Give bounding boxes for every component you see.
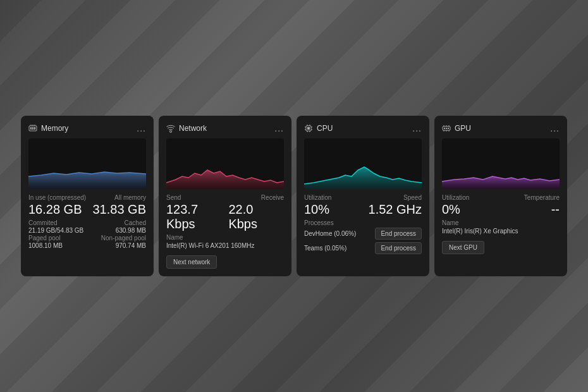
gpu-utilization-label: Utilization (442, 194, 469, 201)
svg-rect-2 (32, 127, 34, 130)
memory-inuse-label: In use (compressed) (28, 194, 86, 201)
memory-committed-label: Commited (28, 219, 58, 226)
network-receive-label: Receive (261, 194, 284, 201)
cpu-values-row: 10% 1.52 GHz (304, 202, 422, 217)
memory-committed-values: 21.19 GB/54.83 GB 630.98 MB (28, 227, 146, 234)
network-title-group: Network (166, 124, 207, 133)
memory-pool-values: 1008.10 MB 970.74 MB (28, 242, 146, 249)
svg-marker-9 (166, 170, 284, 189)
memory-committed-row: Commited Cached (28, 219, 146, 226)
memory-values-row: 16.28 GB 31.83 GB (28, 202, 146, 217)
gpu-menu[interactable]: ... (550, 123, 560, 133)
memory-title-group: Memory (28, 124, 68, 133)
network-receive-value: 22.0 Kbps (228, 202, 284, 231)
memory-cached-label: Cached (125, 219, 146, 226)
svg-point-8 (170, 131, 172, 133)
gpu-utilization-value: 0% (442, 202, 460, 217)
gpu-widget-header: GPU ... (442, 123, 560, 133)
gpu-widget: GPU ... Utilization Temperature 0% (434, 116, 567, 276)
gpu-values-row: 0% -- (442, 202, 560, 217)
gpu-name-label: Name (442, 219, 560, 226)
cpu-process2-name: Teams (0.05%) (304, 245, 346, 252)
network-values-row: 123.7 Kbps 22.0 Kbps (166, 202, 284, 231)
memory-menu[interactable]: ... (137, 123, 146, 133)
cpu-utilization-label: Utilization (304, 194, 331, 201)
cpu-process1-row: DevHome (0.06%) End process (304, 228, 422, 240)
memory-cached-value: 630.98 MB (116, 227, 146, 234)
cpu-speed-value: 1.52 GHz (369, 202, 422, 217)
cpu-menu[interactable]: ... (412, 123, 422, 133)
svg-rect-24 (448, 128, 449, 129)
gpu-device-name: Intel(R) Iris(R) Xe Graphics (442, 228, 560, 235)
svg-marker-20 (304, 167, 422, 189)
svg-rect-1 (30, 127, 32, 130)
gpu-title-group: GPU (442, 124, 471, 133)
gpu-title: GPU (455, 124, 471, 133)
memory-nonpaged-value: 970.74 MB (116, 242, 146, 249)
memory-chart (28, 138, 146, 189)
cpu-title: CPU (317, 124, 333, 133)
cpu-utilization-value: 10% (304, 202, 329, 217)
gpu-temp-label: Temperature (524, 194, 560, 201)
cpu-process1-name: DevHome (0.06%) (304, 230, 356, 237)
network-chart (166, 138, 284, 189)
memory-inuse-value: 16.28 GB (28, 202, 82, 217)
cpu-speed-label: Speed (403, 194, 422, 201)
memory-title: Memory (41, 124, 68, 133)
memory-labels-row: In use (compressed) All memory (28, 194, 146, 201)
network-device-name: Intel(R) Wi-Fi 6 AX201 160MHz (166, 242, 284, 249)
cpu-process2-row: Teams (0.05%) End process (304, 242, 422, 254)
memory-pool-labels: Paged pool Non-paged pool (28, 235, 146, 242)
svg-rect-23 (446, 128, 447, 129)
svg-rect-22 (444, 128, 445, 129)
memory-icon (28, 124, 37, 133)
end-process-2-button[interactable]: End process (375, 242, 422, 254)
network-send-label: Send (166, 194, 181, 201)
svg-rect-11 (307, 127, 310, 130)
svg-rect-3 (34, 127, 35, 130)
gpu-icon (442, 124, 451, 133)
memory-widget-header: Memory ... (28, 123, 146, 133)
cpu-widget-header: CPU ... (304, 123, 422, 133)
end-process-1-button[interactable]: End process (375, 228, 422, 240)
memory-paged-value: 1008.10 MB (28, 242, 63, 249)
network-widget-header: Network ... (166, 123, 284, 133)
gpu-labels-row: Utilization Temperature (442, 194, 560, 201)
network-labels-row: Send Receive (166, 194, 284, 201)
memory-widget: Memory ... In use (compressed) All memor… (21, 116, 154, 276)
network-menu[interactable]: ... (274, 123, 284, 133)
network-send-value: 123.7 Kbps (166, 202, 228, 231)
network-widget: Network ... Send Receive 123.7 Kbps (159, 116, 291, 276)
memory-all-label: All memory (114, 194, 146, 201)
cpu-icon (304, 124, 313, 133)
memory-all-value: 31.83 GB (92, 202, 146, 217)
widgets-container: Memory ... In use (compressed) All memor… (11, 106, 577, 286)
memory-nonpaged-label: Non-paged pool (101, 235, 146, 242)
network-title: Network (179, 124, 207, 133)
cpu-title-group: CPU (304, 124, 333, 133)
memory-committed-value: 21.19 GB/54.83 GB (28, 227, 83, 234)
next-network-button[interactable]: Next network (166, 255, 217, 269)
network-name-label: Name (166, 234, 284, 241)
cpu-processes-label: Processes (304, 219, 422, 226)
gpu-temp-value: -- (551, 202, 560, 217)
next-gpu-button[interactable]: Next GPU (442, 241, 484, 254)
cpu-chart (304, 138, 422, 189)
gpu-chart (442, 138, 560, 189)
network-icon (166, 124, 175, 133)
cpu-widget: CPU ... Utilization Speed 10% 1.5 (297, 116, 429, 276)
cpu-labels-row: Utilization Speed (304, 194, 422, 201)
memory-paged-label: Paged pool (28, 235, 61, 242)
